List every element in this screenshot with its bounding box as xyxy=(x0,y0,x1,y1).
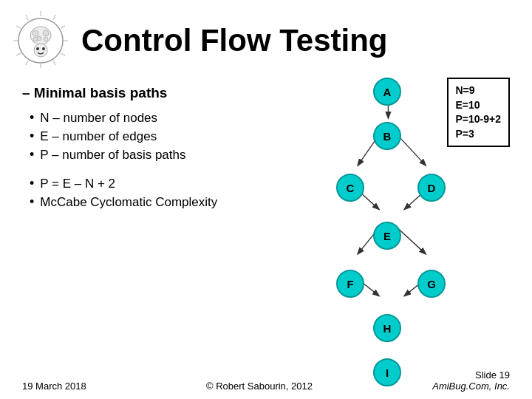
left-panel: – Minimal basis paths N – number of node… xyxy=(22,78,296,366)
graph-node-a: A xyxy=(373,78,401,106)
header: Control Flow Testing xyxy=(0,0,532,78)
graph-node-c: C xyxy=(336,174,364,202)
footer-date: 19 March 2018 xyxy=(22,381,86,392)
right-panel: N=9 E=10 P=10-9+2 P=3 xyxy=(296,70,510,366)
svg-point-14 xyxy=(33,30,38,36)
svg-line-1 xyxy=(53,15,55,20)
graph-node-e: E xyxy=(373,222,401,250)
list-item-n: N – number of nodes xyxy=(30,110,296,126)
svg-point-15 xyxy=(43,30,49,36)
graph-node-h: H xyxy=(373,314,401,342)
page-title: Control Flow Testing xyxy=(81,23,388,58)
svg-line-8 xyxy=(16,53,21,55)
list-item-p: P – number of basis paths xyxy=(30,147,296,163)
bullet-list-1: N – number of nodes E – number of edges … xyxy=(22,110,296,163)
graph-node-g: G xyxy=(417,270,446,298)
footer-slide: Slide 19 xyxy=(432,369,510,381)
list-item-formula: P = E – N + 2 xyxy=(30,176,296,191)
svg-point-17 xyxy=(44,37,48,41)
list-item-e: E – number of edges xyxy=(30,129,296,144)
svg-line-10 xyxy=(16,26,21,28)
svg-line-4 xyxy=(61,53,65,55)
svg-point-18 xyxy=(33,37,38,41)
svg-line-11 xyxy=(26,15,28,20)
svg-line-5 xyxy=(53,61,55,65)
graph-svg xyxy=(296,70,510,366)
graph-node-i: I xyxy=(373,358,401,386)
graph-node-b: B xyxy=(373,122,401,150)
graph-node-f: F xyxy=(336,270,364,298)
graph-node-d: D xyxy=(417,174,446,202)
svg-line-2 xyxy=(61,26,65,28)
logo-icon xyxy=(7,7,74,74)
svg-line-24 xyxy=(398,135,425,165)
svg-point-19 xyxy=(34,44,47,57)
list-item-mccabe: McCabe Cyclomatic Complexity xyxy=(30,194,296,210)
graph-container: ABCDEFGHI xyxy=(296,70,510,366)
minimal-basis-heading: – Minimal basis paths xyxy=(22,85,296,101)
bullet-list-2: P = E – N + 2 McCabe Cyclomatic Complexi… xyxy=(22,176,296,210)
svg-line-7 xyxy=(26,61,28,65)
footer: 19 March 2018 © Robert Sabourin, 2012 Sl… xyxy=(22,369,510,392)
svg-point-21 xyxy=(42,47,45,50)
main-content: – Minimal basis paths N – number of node… xyxy=(0,78,532,366)
footer-copyright: © Robert Sabourin, 2012 xyxy=(206,381,313,392)
svg-point-20 xyxy=(36,47,39,50)
svg-line-28 xyxy=(398,228,425,253)
footer-company: AmiBug.Com, Inc. xyxy=(432,381,510,392)
footer-right: Slide 19 AmiBug.Com, Inc. xyxy=(432,369,510,392)
